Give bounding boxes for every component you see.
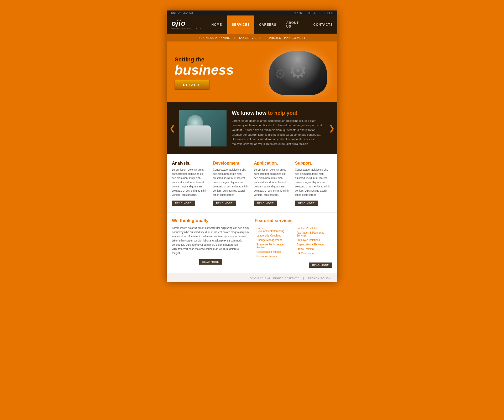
footer-text: OJIO © 2011 ALL RIGHTS RESERVED | PRIVAC…	[249, 277, 332, 280]
topbar: JUNE, 22 | 3:54 AM LOGIN | REGISTER | HE…	[167, 10, 337, 15]
feature-application-readmore[interactable]: READ MORE	[254, 201, 277, 206]
feature-analysis: Analysis. Lorem ipsum dolor sit amet, co…	[172, 161, 209, 206]
feature-support: Support. Consectetuer adipiscing elit, s…	[295, 161, 332, 206]
featured-item[interactable]: › Organizational Reviews	[295, 242, 332, 247]
global-body: Lorem ipsum dolor sit amet, consectetuer…	[172, 226, 249, 255]
featured-item[interactable]: › Ethics Training	[295, 247, 332, 251]
featured-item[interactable]: › Conflict Resolution	[295, 226, 332, 230]
hero-image	[266, 49, 329, 97]
feature-analysis-title: Analysis.	[172, 161, 209, 166]
carousel-prev[interactable]: ❮	[167, 124, 178, 133]
carousel-image	[179, 110, 227, 146]
global-title: We think globally	[172, 218, 249, 223]
feature-development-title: Development.	[213, 161, 250, 166]
footer-privacy: PRIVACY POLICY	[308, 277, 331, 280]
featured-item[interactable]: › Classification Studies	[255, 250, 292, 254]
features-section: Analysis. Lorem ipsum dolor sit amet, co…	[167, 154, 337, 213]
login-link[interactable]: LOGIN	[294, 12, 302, 14]
logo-name: ojio	[171, 19, 202, 28]
nav-services[interactable]: SERVICES	[227, 15, 255, 34]
feature-support-readmore[interactable]: READ MORE	[295, 201, 318, 206]
feature-application: Application. Lorem ipsum dolor sit amet,…	[254, 161, 291, 206]
featured-list-right: › Conflict Resolution › Facilitation & P…	[295, 226, 332, 259]
featured-item[interactable]: › Change Management	[255, 238, 292, 242]
bottom-section: We think globally Lorem ipsum dolor sit …	[167, 213, 337, 273]
feature-development-body: Consectetuer adipiscing elit, sed diam n…	[213, 168, 250, 197]
subnav-project-management[interactable]: PROJECT MANAGEMENT	[266, 36, 308, 39]
global-readmore-wrap: READ MORE	[172, 259, 249, 265]
help-link[interactable]: HELP	[327, 12, 334, 14]
featured-item[interactable]: › Executive Search	[255, 254, 292, 259]
feature-development: Development. Consectetuer adipiscing eli…	[213, 161, 250, 206]
feature-application-body: Lorem ipsum dolor sit amet, consectetuer…	[254, 168, 291, 197]
feature-support-title: Support.	[295, 161, 332, 166]
subnav: BUSINESS PLANNING | TAX SERVICES | PROJE…	[167, 34, 337, 41]
carousel-body: Lorem ipsum dolor sit amet, consectetuer…	[232, 119, 325, 146]
featured-list-left: › Career Development/Mentoring › Leaders…	[255, 226, 292, 259]
logo: ojio BUSINESS COMPANY	[167, 15, 206, 34]
subnav-business-planning[interactable]: BUSINESS PLANNING	[196, 36, 233, 39]
feature-support-body: Consectetuer adipiscing elit, sed diam n…	[295, 168, 332, 197]
featured-item[interactable]: › HR Outsourcing	[295, 251, 332, 256]
hero-line1: Setting the	[175, 56, 266, 63]
datetime: JUNE, 22 | 3:54 AM	[170, 12, 193, 14]
feature-development-readmore[interactable]: READ MORE	[213, 201, 236, 206]
nav-contacts[interactable]: CONTACTS	[309, 15, 337, 34]
header: ojio BUSINESS COMPANY HOME SERVICES CARE…	[167, 15, 337, 34]
featured-col: Featured services › Career Development/M…	[255, 218, 332, 268]
featured-item[interactable]: › Career Development/Mentoring	[255, 226, 292, 233]
feature-analysis-readmore[interactable]: READ MORE	[172, 201, 195, 206]
toplinks: LOGIN | REGISTER | HELP	[294, 12, 334, 14]
engine-graphic	[269, 51, 327, 95]
carousel-content: We know how to help you! Lorem ipsum dol…	[178, 107, 326, 149]
main-nav: HOME SERVICES CAREERS ABOUT US CONTACTS	[206, 15, 337, 34]
logo-subtitle: BUSINESS COMPANY	[171, 28, 202, 30]
hero-section: Setting the business DETAILS	[167, 41, 337, 102]
hero-line2: business	[175, 63, 266, 77]
carousel-title-highlight: to help you!	[268, 110, 297, 116]
hero-details-button[interactable]: DETAILS	[175, 80, 209, 90]
featured-item[interactable]: › Employee Relations	[295, 238, 332, 242]
featured-readmore-button[interactable]: READ MORE	[309, 262, 332, 268]
feature-analysis-body: Lorem ipsum dolor sit amet, consectetuer…	[172, 168, 209, 197]
footer: OJIO © 2011 ALL RIGHTS RESERVED | PRIVAC…	[167, 273, 337, 282]
nav-careers[interactable]: CAREERS	[254, 15, 281, 34]
carousel-section: ❮ We know how to help you! Lorem ipsum d…	[167, 102, 337, 154]
feature-application-title: Application.	[254, 161, 291, 166]
carousel-title-static: We know how	[232, 110, 268, 116]
featured-readmore-wrap: READ MORE	[255, 262, 332, 268]
carousel-next[interactable]: ❯	[326, 124, 337, 133]
nav-home[interactable]: HOME	[206, 15, 227, 34]
featured-item[interactable]: › Leadership Coaching	[255, 233, 292, 238]
featured-item[interactable]: › Facilitation & Partnering Services	[295, 230, 332, 238]
featured-title: Featured services	[255, 218, 332, 223]
global-readmore-button[interactable]: READ MORE	[199, 259, 222, 265]
global-col: We think globally Lorem ipsum dolor sit …	[172, 218, 249, 268]
featured-item[interactable]: › Executive Performance Review	[255, 242, 292, 250]
carousel-title: We know how to help you!	[232, 110, 325, 116]
register-link[interactable]: REGISTER	[308, 12, 321, 14]
featured-lists: › Career Development/Mentoring › Leaders…	[255, 226, 332, 259]
carousel-text: We know how to help you! Lorem ipsum dol…	[232, 110, 325, 146]
footer-copyright: OJIO © 2011 ALL RIGHTS RESERVED	[250, 277, 300, 280]
subnav-tax-services[interactable]: TAX SERVICES	[236, 36, 263, 39]
nav-about[interactable]: ABOUT US	[281, 15, 309, 34]
hero-text: Setting the business DETAILS	[175, 56, 266, 90]
